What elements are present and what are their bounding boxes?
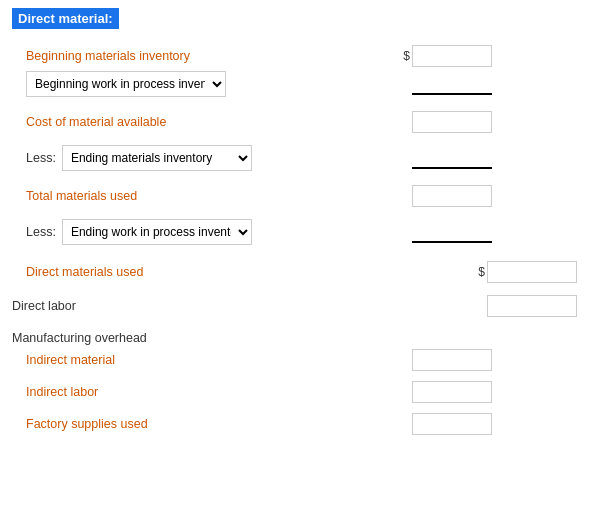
total-materials-input[interactable]	[412, 185, 492, 207]
page-container: Direct material: Beginning materials inv…	[0, 0, 594, 510]
less1-dropdown[interactable]: Ending materials inventory Beginning wor…	[62, 145, 252, 171]
indirect-labor-input[interactable]	[412, 381, 492, 403]
beginning-materials-inventory-input[interactable]	[412, 45, 492, 67]
beginning-materials-inventory-label: Beginning materials inventory	[26, 49, 190, 63]
less2-input[interactable]	[412, 221, 492, 243]
dollar-sign-1: $	[403, 49, 410, 63]
indirect-labor-label: Indirect labor	[26, 385, 98, 399]
factory-supplies-input[interactable]	[412, 413, 492, 435]
cost-of-material-label: Cost of material available	[26, 115, 166, 129]
direct-material-header: Direct material:	[12, 8, 119, 29]
total-materials-used-label: Total materials used	[26, 189, 137, 203]
less1-label: Less:	[26, 151, 56, 165]
less2-label: Less:	[26, 225, 56, 239]
direct-materials-used-input[interactable]	[487, 261, 577, 283]
direct-labor-label: Direct labor	[12, 299, 76, 313]
cost-of-material-input[interactable]	[412, 111, 492, 133]
less2-dropdown[interactable]: Ending work in process inventory Ending …	[62, 219, 252, 245]
wip-dropdown[interactable]: Beginning work in process inventory Endi…	[26, 71, 226, 97]
wip-dropdown-wrapper: Beginning work in process inventory Endi…	[26, 71, 226, 97]
indirect-material-label: Indirect material	[26, 353, 115, 367]
direct-materials-used-label: Direct materials used	[26, 265, 143, 279]
factory-supplies-label: Factory supplies used	[26, 417, 148, 431]
dollar-sign-2: $	[478, 265, 485, 279]
wip-input[interactable]	[412, 73, 492, 95]
direct-labor-input[interactable]	[487, 295, 577, 317]
manufacturing-overhead-label: Manufacturing overhead	[12, 331, 147, 345]
less1-input[interactable]	[412, 147, 492, 169]
indirect-material-input[interactable]	[412, 349, 492, 371]
